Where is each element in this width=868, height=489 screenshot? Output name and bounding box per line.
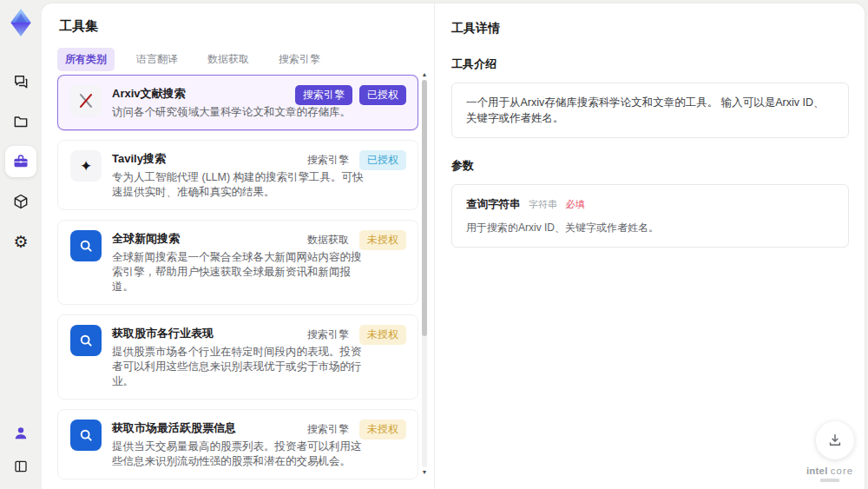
app-rail: ⚙ [0, 0, 42, 489]
tool-card-sector-performance[interactable]: 获取股市各行业表现 提供股票市场各个行业在特定时间段内的表现。投资者可以利用这些… [57, 314, 418, 400]
tool-card-active-stocks[interactable]: 获取市场最活跃股票信息 提供当天交易量最高的股票列表。投资者可以利用这些信息来识… [57, 409, 418, 479]
tool-detail-panel: 工具详情 工具介绍 一个用于从Arxiv存储库搜索科学论文和文章的工具。 输入可… [451, 3, 849, 248]
category-label: 搜索引擎 [307, 327, 349, 342]
category-label: 数据获取 [307, 233, 349, 248]
app-logo[interactable] [7, 8, 35, 37]
news-search-icon [70, 230, 102, 261]
tool-description: 全球新闻搜索是一个聚合全球各大新闻网站内容的搜索引擎，帮助用户快速获取全球最新资… [112, 250, 365, 294]
intro-section-title: 工具介绍 [451, 56, 849, 72]
params-section-title: 参数 [451, 158, 849, 174]
sidebar-item-chat[interactable] [5, 66, 36, 97]
core-label: core [831, 466, 853, 476]
tab-language-translation[interactable]: 语言翻译 [128, 48, 186, 71]
sidebar-item-tools[interactable] [5, 146, 36, 177]
panel-toggle-icon [13, 459, 29, 474]
tool-card-global-news[interactable]: 全球新闻搜索 全球新闻搜索是一个聚合全球各大新闻网站内容的搜索引擎，帮助用户快速… [57, 220, 418, 305]
user-avatar-button[interactable] [5, 418, 36, 449]
sidebar-item-files[interactable] [5, 106, 36, 137]
toolbox-icon [12, 153, 30, 170]
tool-badges: 搜索引擎 未授权 [307, 325, 406, 345]
category-tabs: 所有类别 语言翻译 数据获取 搜索引擎 [57, 48, 418, 71]
tab-search-engine[interactable]: 搜索引擎 [271, 48, 328, 71]
stock-search-icon [70, 325, 102, 356]
tool-list-panel: 工具集 所有类别 语言翻译 数据获取 搜索引擎 Arxiv文献搜索 访问各个研究… [57, 3, 418, 489]
download-button[interactable] [816, 421, 854, 459]
auth-status-badge: 未授权 [359, 325, 406, 345]
page-title: 工具集 [59, 18, 418, 35]
parameter-header: 查询字符串 字符串 必填 [466, 196, 834, 212]
scrollbar-track[interactable] [422, 80, 427, 467]
stock-search-icon [70, 420, 102, 451]
panel-divider [434, 3, 435, 489]
user-avatar-icon [12, 425, 30, 442]
parameter-required-flag: 必填 [565, 199, 584, 209]
parameter-box: 查询字符串 字符串 必填 用于搜索的Arxiv ID、关键字或作者姓名。 [451, 184, 849, 248]
tool-description: 提供当天交易量最高的股票列表。投资者可以利用这些信息来识别流动性强的股票和潜在的… [112, 439, 365, 469]
settings-icon: ⚙ [13, 234, 28, 250]
auth-status-badge: 已授权 [359, 85, 406, 105]
tool-description: 提供股票市场各个行业在特定时间段内的表现。投资者可以利用这些信息来识别表现优于或… [112, 345, 365, 389]
folder-icon [12, 113, 30, 130]
tool-description: 访问各个研究领域大量科学论文和文章的存储库。 [112, 105, 365, 120]
tool-intro-text: 一个用于从Arxiv存储库搜索科学论文和文章的工具。 输入可以是Arxiv ID… [466, 96, 825, 124]
category-label: 搜索引擎 [307, 153, 349, 168]
sidebar-item-packages[interactable] [5, 186, 36, 217]
category-label: 搜索引擎 [307, 422, 349, 437]
chat-icon [12, 73, 30, 90]
tool-description: 专为人工智能代理 (LLM) 构建的搜索引擎工具。可快速提供实时、准确和真实的结… [112, 170, 365, 200]
detail-title: 工具详情 [451, 21, 849, 36]
auth-status-badge: 已授权 [359, 150, 406, 170]
rail-bottom [5, 418, 36, 482]
tab-all-categories[interactable]: 所有类别 [57, 48, 115, 71]
panel-toggle-button[interactable] [5, 451, 36, 482]
rail-nav: ⚙ [5, 66, 36, 257]
tool-intro-box: 一个用于从Arxiv存储库搜索科学论文和文章的工具。 输入可以是Arxiv ID… [451, 83, 849, 138]
tool-badges: 数据获取 未授权 [307, 230, 406, 250]
tool-badges: 搜索引擎 已授权 [295, 85, 406, 105]
sidebar-item-settings[interactable]: ⚙ [5, 226, 36, 257]
category-badge: 搜索引擎 [295, 85, 352, 105]
tool-cards-list: Arxiv文献搜索 访问各个研究领域大量科学论文和文章的存储库。 搜索引擎 已授… [57, 75, 418, 489]
diamond-logo-icon [7, 8, 35, 37]
tab-data-acquisition[interactable]: 数据获取 [200, 48, 257, 71]
auth-status-badge: 未授权 [359, 420, 406, 439]
list-scrollbar[interactable]: ▲ ▼ [420, 71, 429, 476]
tool-card-arxiv[interactable]: Arxiv文献搜索 访问各个研究领域大量科学论文和文章的存储库。 搜索引擎 已授… [57, 75, 418, 130]
scroll-up-arrow-icon[interactable]: ▲ [420, 71, 429, 78]
intel-label: intel [806, 466, 828, 476]
tool-badges: 搜索引擎 已授权 [307, 150, 406, 170]
arxiv-icon [70, 85, 102, 116]
brand-underline-bar [820, 479, 839, 482]
sparkle-icon: ✦ [70, 150, 102, 182]
parameter-type: 字符串 [529, 199, 557, 209]
main-content: 工具集 所有类别 语言翻译 数据获取 搜索引擎 Arxiv文献搜索 访问各个研究… [42, 3, 865, 489]
parameter-name: 查询字符串 [466, 198, 521, 210]
download-icon [826, 432, 844, 449]
scroll-down-arrow-icon[interactable]: ▼ [420, 469, 429, 476]
tool-card-tavily[interactable]: ✦ Tavily搜索 专为人工智能代理 (LLM) 构建的搜索引擎工具。可快速提… [57, 140, 418, 210]
parameter-description: 用于搜索的Arxiv ID、关键字或作者姓名。 [466, 220, 834, 235]
scrollbar-thumb[interactable] [422, 80, 427, 336]
auth-status-badge: 未授权 [359, 230, 406, 250]
intel-core-logo: intel core [804, 466, 856, 482]
package-icon [12, 193, 30, 210]
tool-badges: 搜索引擎 未授权 [307, 420, 406, 439]
